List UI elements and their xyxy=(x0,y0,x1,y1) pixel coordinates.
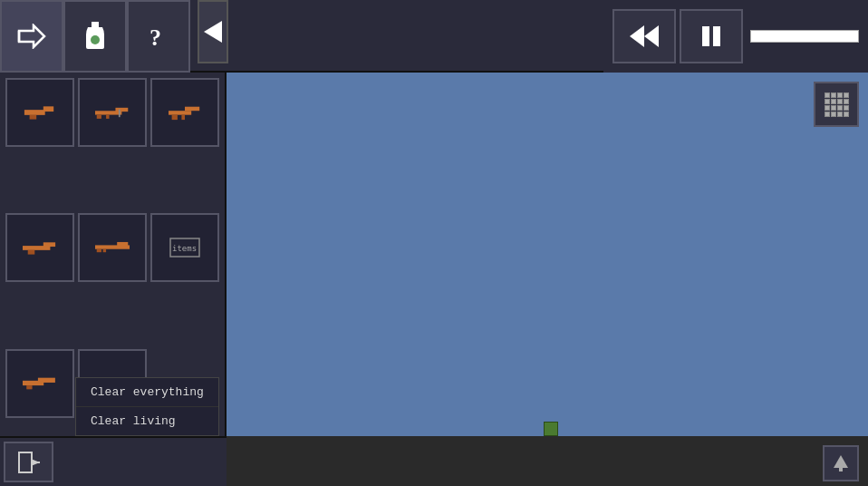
rewind-button[interactable] xyxy=(612,9,676,63)
bottle-button[interactable] xyxy=(63,0,127,73)
gun-icon-5 xyxy=(95,239,130,256)
svg-rect-33 xyxy=(26,385,32,389)
help-icon: ? xyxy=(146,22,171,51)
svg-rect-23 xyxy=(43,243,55,248)
svg-rect-9 xyxy=(713,26,720,46)
svg-rect-28 xyxy=(103,249,106,252)
item-cell-3[interactable] xyxy=(150,78,219,147)
svg-marker-41 xyxy=(834,455,848,468)
toolbar-left: ? xyxy=(0,0,227,71)
exit-icon xyxy=(16,450,42,475)
screen: ? xyxy=(0,0,868,486)
ground xyxy=(227,436,868,486)
back-triangle-icon xyxy=(199,18,227,45)
svg-rect-24 xyxy=(28,250,35,255)
item-cell-5[interactable] xyxy=(78,213,147,282)
item-cell-6[interactable]: items xyxy=(150,213,219,282)
toolbar: ? xyxy=(0,0,868,73)
spawn-button[interactable] xyxy=(823,445,859,481)
clear-everything-button[interactable]: Clear everything xyxy=(76,378,218,407)
game-area[interactable] xyxy=(227,73,868,486)
svg-rect-14 xyxy=(115,108,128,112)
grid-toggle-button[interactable] xyxy=(814,82,859,127)
svg-rect-10 xyxy=(24,110,45,115)
swap-button[interactable] xyxy=(0,0,63,73)
item-cell-1[interactable] xyxy=(5,78,74,147)
main-content: items xyxy=(0,73,868,486)
bottle-icon xyxy=(82,22,108,51)
item-cell-2[interactable] xyxy=(78,78,147,147)
progress-bar xyxy=(750,30,859,43)
svg-point-3 xyxy=(91,35,100,44)
svg-rect-20 xyxy=(172,115,178,120)
clear-living-button[interactable]: Clear living xyxy=(76,407,218,435)
item-cell-7[interactable] xyxy=(5,349,74,418)
swap-icon xyxy=(17,24,46,49)
svg-text:?: ? xyxy=(149,24,161,51)
svg-marker-7 xyxy=(644,25,659,47)
gun-icon-3 xyxy=(168,104,202,121)
gun-icon-1 xyxy=(23,104,57,121)
bottom-left-controls xyxy=(0,436,227,486)
svg-rect-16 xyxy=(106,115,109,119)
help-button[interactable]: ? xyxy=(127,0,190,73)
item-icon-6: items xyxy=(169,237,201,258)
svg-rect-19 xyxy=(185,107,199,112)
svg-rect-42 xyxy=(839,468,843,471)
gun-icon-2 xyxy=(95,104,130,121)
svg-rect-17 xyxy=(119,110,121,118)
gun-icon-7 xyxy=(23,375,57,392)
svg-rect-2 xyxy=(92,22,99,27)
exit-button[interactable] xyxy=(4,442,53,482)
grid-icon xyxy=(825,92,849,117)
svg-rect-8 xyxy=(702,26,709,46)
svg-rect-21 xyxy=(181,115,185,120)
spawn-icon xyxy=(831,453,851,473)
svg-rect-32 xyxy=(38,377,55,382)
sidebar: items xyxy=(0,73,227,486)
svg-marker-5 xyxy=(204,21,222,43)
toolbar-right xyxy=(603,0,868,73)
svg-text:items: items xyxy=(172,244,197,253)
svg-rect-27 xyxy=(97,249,101,252)
progress-container xyxy=(750,30,859,43)
pause-icon xyxy=(699,24,724,49)
svg-rect-38 xyxy=(19,452,32,472)
svg-rect-15 xyxy=(97,115,101,119)
pause-button[interactable] xyxy=(680,9,743,63)
gun-icon-4 xyxy=(23,239,57,256)
back-button[interactable] xyxy=(198,0,228,63)
svg-rect-26 xyxy=(117,242,128,246)
svg-marker-0 xyxy=(19,25,44,47)
character-sprite xyxy=(544,422,558,436)
svg-rect-18 xyxy=(169,111,191,115)
svg-rect-11 xyxy=(43,106,53,112)
svg-marker-6 xyxy=(630,25,644,47)
svg-rect-12 xyxy=(30,115,37,120)
context-menu: Clear everything Clear living xyxy=(75,377,219,436)
item-cell-4[interactable] xyxy=(5,213,74,282)
rewind-icon xyxy=(628,24,661,49)
